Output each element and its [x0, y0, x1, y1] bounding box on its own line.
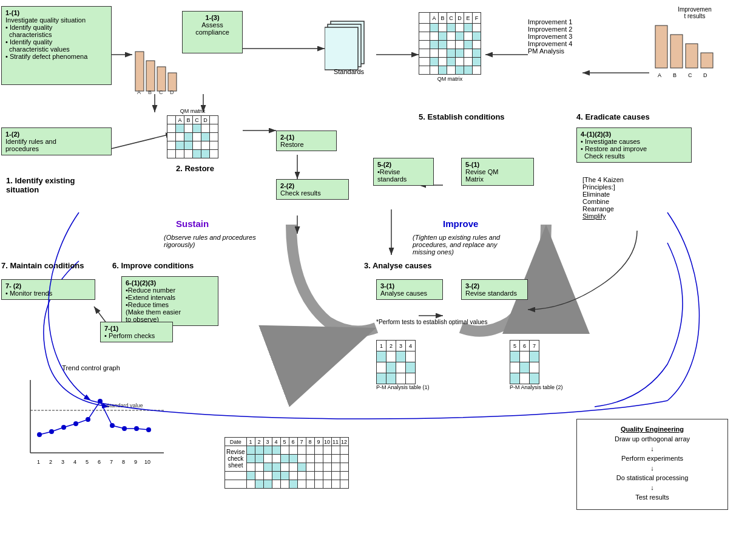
- svg-text:Standard value: Standard value: [106, 402, 143, 409]
- box-1-2-content: Identify rules andprocedures: [5, 138, 107, 152]
- box-5-2-content: •Revisestandards: [377, 168, 430, 183]
- pm-table-2: 5 6 7 P-M Analysis table (2): [510, 340, 563, 390]
- improvement-list: Improvement 1 Improvement 2 Improvement …: [528, 18, 572, 55]
- svg-text:3: 3: [61, 459, 64, 465]
- box-3-2: 3-(2) Revise standards: [461, 279, 528, 300]
- qe-title: Quality Engineering: [583, 426, 721, 433]
- box-1-1-content: • Identify quality characteristics • Ide…: [5, 24, 107, 60]
- sustain-label: Sustain: [176, 219, 209, 229]
- svg-rect-23: [157, 67, 166, 91]
- svg-text:10: 10: [144, 459, 150, 465]
- svg-point-46: [61, 425, 66, 430]
- box-6-123-content: •Reduce number •Extend intervals •Reduce…: [126, 287, 214, 323]
- box-2-2: 2-(2) Check results: [276, 179, 349, 200]
- svg-point-45: [49, 429, 54, 434]
- svg-text:5: 5: [86, 459, 89, 465]
- svg-rect-24: [168, 73, 177, 91]
- box-1-3-content: Assesscompliance: [186, 21, 238, 36]
- box-5-1-label: 5-(1): [465, 161, 530, 168]
- standards-icon: Standards: [325, 18, 373, 75]
- box-4-123: 4-(1)(2)(3) • Investigate causes • Resto…: [576, 127, 692, 163]
- box-2-1-label: 2-(1): [280, 134, 332, 141]
- svg-text:A: A: [658, 72, 661, 78]
- qm-matrix-2-label: QM matrix: [419, 76, 481, 82]
- svg-text:6: 6: [98, 459, 101, 465]
- svg-rect-32: [655, 25, 667, 68]
- svg-text:C: C: [688, 72, 692, 78]
- svg-text:D: D: [703, 72, 707, 78]
- svg-point-48: [86, 417, 90, 422]
- box-2-2-label: 2-(2): [280, 182, 345, 189]
- qm-matrix-1-label: QM matrix: [167, 108, 218, 114]
- svg-line-6: [111, 134, 173, 149]
- svg-point-51: [122, 426, 127, 431]
- svg-point-53: [146, 427, 151, 432]
- qm-matrix-2: A B C D E F QM matrix: [419, 12, 481, 82]
- box-7-2-label: 7- (2): [5, 282, 91, 290]
- box-4-123-content: • Investigate causes • Restore and impro…: [581, 138, 687, 160]
- svg-rect-34: [686, 44, 698, 68]
- box-7-1-content: • Perform checks: [104, 332, 169, 339]
- box-7-2-content: • Monitor trends: [5, 290, 91, 297]
- box-1-1-label: 1-(1): [5, 9, 107, 16]
- sustain-sub: (Observe rules and proceduresrigorously): [164, 234, 256, 248]
- qe-line1: Draw up orthogonal array: [583, 435, 721, 443]
- box-3-2-label: 3-(2): [465, 282, 524, 290]
- box-5-2-label: 5-(2): [377, 161, 430, 168]
- improve-sub: (Tighten up existing rules andprocedures…: [413, 234, 552, 256]
- box-6-123: 6-(1)(2)(3) •Reduce number •Extend inter…: [121, 276, 218, 326]
- improvement-4: Improvement 4: [528, 40, 572, 47]
- svg-text:B: B: [148, 89, 152, 94]
- box-2-1: 2-(1) Restore: [276, 131, 337, 151]
- kaizen-principles: [The 4 KaizenPrinciples:] Eliminate Comb…: [582, 176, 624, 220]
- qe-line2: Perform experiments: [583, 455, 721, 462]
- svg-text:1: 1: [37, 459, 40, 465]
- pm-table-1-label: P-M Analysis table (1): [376, 384, 430, 390]
- svg-point-47: [73, 421, 78, 426]
- box-7-1: 7-(1) • Perform checks: [100, 322, 173, 342]
- kaizen-combine: Combine: [582, 198, 624, 205]
- box-3-1-content: Analyse causes: [380, 290, 439, 297]
- improve-label: Improve: [443, 219, 478, 229]
- box-2-2-content: Check results: [280, 189, 345, 197]
- box-2-1-content: Restore: [280, 141, 332, 148]
- kaizen-eliminate: Eliminate: [582, 191, 624, 198]
- kaizen-title: [The 4 KaizenPrinciples:]: [582, 176, 624, 191]
- section-2-label: 2. Restore: [176, 164, 214, 173]
- pm-table-1: 1 2 3 4 P-M Analysis table (1): [376, 340, 430, 390]
- kaizen-rearrange: Rearrange: [582, 205, 624, 212]
- svg-text:8: 8: [122, 459, 125, 465]
- svg-point-44: [37, 432, 42, 437]
- qm-matrix-1: QM matrix A B C D: [167, 108, 218, 158]
- svg-rect-35: [701, 53, 713, 68]
- improvement-1: Improvement 1: [528, 18, 572, 25]
- kaizen-simplify: Simplify: [582, 212, 624, 220]
- improvement-results-label: Improvement results: [649, 6, 740, 19]
- svg-point-49: [98, 399, 103, 404]
- box-7-1-label: 7-(1): [104, 325, 169, 332]
- box-5-1-content: Revise QMMatrix: [465, 168, 530, 183]
- svg-rect-22: [146, 61, 155, 91]
- improvement-results: Improvement results A B C D: [649, 6, 740, 87]
- svg-text:C: C: [159, 89, 163, 94]
- svg-point-50: [110, 423, 115, 428]
- section-1-label: 1. Identify existingsituation: [6, 176, 75, 194]
- box-1-1-title: Investigate quality situation: [5, 16, 107, 24]
- section-4-label: 4. Eradicate causes: [576, 112, 650, 121]
- section-7-label: 7. Maintain conditions: [1, 261, 84, 270]
- bar-chart: A B C D: [132, 33, 181, 94]
- qe-line3: Do statistical processing: [583, 474, 721, 481]
- trend-graph: Trend control graph Standard value 1 2 3…: [12, 364, 170, 478]
- box-3-2-content: Revise standards: [465, 290, 524, 297]
- svg-text:7: 7: [110, 459, 113, 465]
- section-5-label: 5. Establish conditions: [419, 112, 505, 121]
- section-3-label: 3. Analyse causes: [364, 261, 432, 270]
- section-6-label: 6. Improve conditions: [112, 261, 194, 270]
- box-1-1: 1-(1) Investigate quality situation • Id…: [1, 6, 112, 85]
- improvement-2: Improvement 2: [528, 25, 572, 33]
- box-3-1-label: 3-(1): [380, 282, 439, 290]
- box-1-2-label: 1-(2): [5, 131, 107, 138]
- box-1-3-label: 1-(3): [186, 14, 238, 21]
- improvement-3: Improvement 3: [528, 33, 572, 40]
- qe-line4: Test results: [583, 494, 721, 501]
